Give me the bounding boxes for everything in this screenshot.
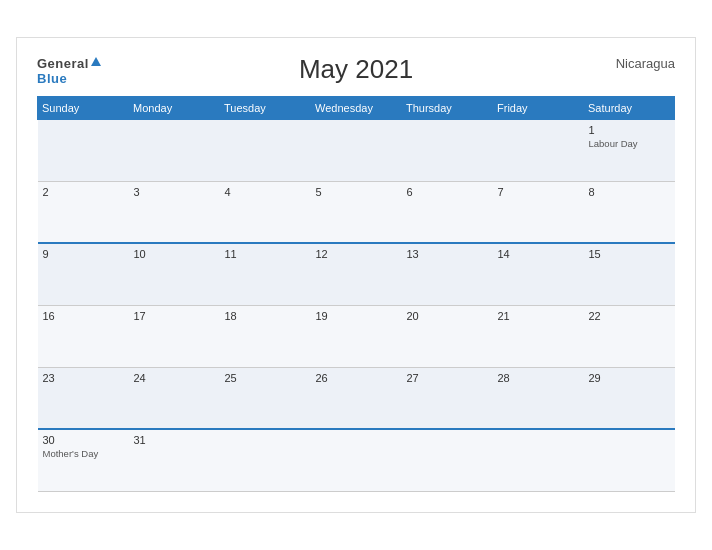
calendar-cell: 18 — [220, 305, 311, 367]
calendar-cell: 19 — [311, 305, 402, 367]
day-number: 20 — [407, 310, 488, 322]
day-number: 22 — [589, 310, 670, 322]
calendar-cell: 23 — [38, 367, 129, 429]
calendar-cell: 6 — [402, 181, 493, 243]
calendar-cell — [311, 119, 402, 181]
calendar-header: General Blue May 2021 Nicaragua — [37, 54, 675, 86]
country-label: Nicaragua — [616, 56, 675, 71]
day-number: 26 — [316, 372, 397, 384]
calendar-cell: 2 — [38, 181, 129, 243]
holiday-label: Mother's Day — [43, 448, 124, 459]
day-number: 6 — [407, 186, 488, 198]
day-number: 25 — [225, 372, 306, 384]
calendar-cell: 4 — [220, 181, 311, 243]
calendar-cell: 13 — [402, 243, 493, 305]
holiday-label: Labour Day — [589, 138, 670, 149]
calendar-cell: 15 — [584, 243, 675, 305]
day-number: 8 — [589, 186, 670, 198]
day-number: 12 — [316, 248, 397, 260]
day-number: 31 — [134, 434, 215, 446]
day-number: 2 — [43, 186, 124, 198]
logo-blue-text: Blue — [37, 72, 101, 86]
calendar-cell: 31 — [129, 429, 220, 491]
calendar-cell: 5 — [311, 181, 402, 243]
day-number: 11 — [225, 248, 306, 260]
calendar-cell: 30Mother's Day — [38, 429, 129, 491]
day-number: 13 — [407, 248, 488, 260]
day-number: 9 — [43, 248, 124, 260]
day-number: 10 — [134, 248, 215, 260]
calendar-cell: 14 — [493, 243, 584, 305]
calendar-cell — [220, 429, 311, 491]
calendar-cell — [493, 119, 584, 181]
week-row-5: 23242526272829 — [38, 367, 675, 429]
day-number: 15 — [589, 248, 670, 260]
calendar-cell: 8 — [584, 181, 675, 243]
day-number: 5 — [316, 186, 397, 198]
logo: General Blue — [37, 54, 101, 86]
day-number: 4 — [225, 186, 306, 198]
calendar-cell: 3 — [129, 181, 220, 243]
calendar-table: SundayMondayTuesdayWednesdayThursdayFrid… — [37, 96, 675, 492]
day-number: 1 — [589, 124, 670, 136]
calendar-container: General Blue May 2021 Nicaragua SundayMo… — [16, 37, 696, 513]
calendar-cell: 21 — [493, 305, 584, 367]
calendar-title: May 2021 — [299, 54, 413, 85]
calendar-cell: 7 — [493, 181, 584, 243]
week-row-6: 30Mother's Day31 — [38, 429, 675, 491]
calendar-cell: 1Labour Day — [584, 119, 675, 181]
day-number: 28 — [498, 372, 579, 384]
calendar-cell: 22 — [584, 305, 675, 367]
calendar-cell: 25 — [220, 367, 311, 429]
week-row-3: 9101112131415 — [38, 243, 675, 305]
day-number: 27 — [407, 372, 488, 384]
weekday-header-monday: Monday — [129, 96, 220, 119]
calendar-cell: 12 — [311, 243, 402, 305]
logo-general-text: General — [37, 54, 101, 72]
weekday-header-friday: Friday — [493, 96, 584, 119]
calendar-cell: 16 — [38, 305, 129, 367]
week-row-2: 2345678 — [38, 181, 675, 243]
day-number: 18 — [225, 310, 306, 322]
calendar-cell: 10 — [129, 243, 220, 305]
calendar-cell — [311, 429, 402, 491]
day-number: 17 — [134, 310, 215, 322]
weekday-header-tuesday: Tuesday — [220, 96, 311, 119]
calendar-cell: 27 — [402, 367, 493, 429]
calendar-cell — [584, 429, 675, 491]
day-number: 24 — [134, 372, 215, 384]
calendar-cell: 28 — [493, 367, 584, 429]
day-number: 29 — [589, 372, 670, 384]
calendar-cell: 29 — [584, 367, 675, 429]
calendar-cell — [493, 429, 584, 491]
week-row-1: 1Labour Day — [38, 119, 675, 181]
weekday-header-sunday: Sunday — [38, 96, 129, 119]
day-number: 30 — [43, 434, 124, 446]
calendar-cell — [38, 119, 129, 181]
calendar-cell — [402, 119, 493, 181]
calendar-cell: 9 — [38, 243, 129, 305]
calendar-cell: 26 — [311, 367, 402, 429]
calendar-cell: 17 — [129, 305, 220, 367]
day-number: 16 — [43, 310, 124, 322]
logo-triangle-icon — [91, 57, 101, 66]
weekday-header-saturday: Saturday — [584, 96, 675, 119]
calendar-cell — [220, 119, 311, 181]
weekday-header-wednesday: Wednesday — [311, 96, 402, 119]
day-number: 19 — [316, 310, 397, 322]
day-number: 14 — [498, 248, 579, 260]
day-number: 3 — [134, 186, 215, 198]
weekday-header-thursday: Thursday — [402, 96, 493, 119]
week-row-4: 16171819202122 — [38, 305, 675, 367]
calendar-cell: 24 — [129, 367, 220, 429]
day-number: 21 — [498, 310, 579, 322]
calendar-cell: 20 — [402, 305, 493, 367]
weekday-header-row: SundayMondayTuesdayWednesdayThursdayFrid… — [38, 96, 675, 119]
calendar-cell — [402, 429, 493, 491]
day-number: 23 — [43, 372, 124, 384]
day-number: 7 — [498, 186, 579, 198]
calendar-cell: 11 — [220, 243, 311, 305]
calendar-cell — [129, 119, 220, 181]
